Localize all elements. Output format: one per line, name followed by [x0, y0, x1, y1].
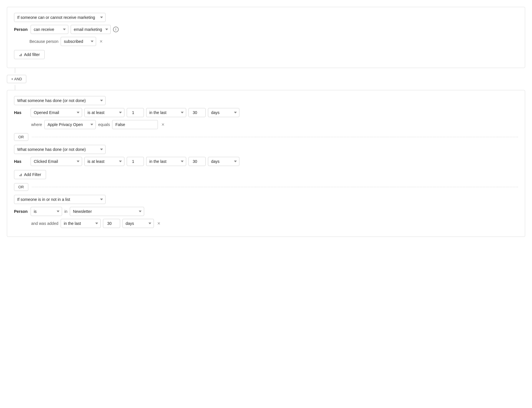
- vertical-line-bottom: [15, 85, 15, 90]
- and-button[interactable]: + AND: [7, 75, 26, 83]
- person-label: Person: [14, 27, 28, 32]
- equals-label: equals: [98, 122, 110, 127]
- has-label-opened: Has: [14, 110, 28, 115]
- because-person-label: Because person: [29, 39, 58, 44]
- condition-row-1: If someone can or cannot receive marketi…: [14, 13, 518, 22]
- info-icon[interactable]: i: [113, 27, 119, 32]
- close-because-icon[interactable]: ×: [98, 38, 104, 45]
- where-row-opened: where Apple Privacy Open equals ×: [31, 120, 518, 129]
- where-field-select[interactable]: Apple Privacy Open: [44, 120, 96, 129]
- condition-type-select-2[interactable]: What someone has done (or not done): [14, 96, 106, 105]
- and-was-added-row: and was added in the last over all time …: [31, 219, 518, 228]
- or-divider-1: OR: [14, 133, 518, 141]
- condition-row-3: What someone has done (or not done): [14, 145, 518, 154]
- time-value-input-opened[interactable]: [188, 108, 206, 117]
- or-button-2[interactable]: OR: [14, 183, 28, 191]
- filter-icon-2: ⊿: [19, 172, 22, 177]
- condition-type-select-4[interactable]: If someone is in or not in a list What s…: [14, 195, 106, 204]
- can-receive-select[interactable]: can receive cannot receive: [31, 25, 68, 34]
- close-where-icon[interactable]: ×: [160, 121, 166, 128]
- condition-row-2: What someone has done (or not done): [14, 96, 518, 105]
- and-connector: + AND: [7, 68, 525, 90]
- where-value-input[interactable]: [112, 120, 158, 129]
- card-opened-email: What someone has done (or not done) Has …: [7, 90, 525, 237]
- add-filter-row-1: ⊿ Add filter: [14, 49, 518, 59]
- person-op-select[interactable]: is is not: [31, 207, 62, 216]
- marketing-type-select[interactable]: email marketing sms marketing: [71, 25, 111, 34]
- condition-op-select-opened[interactable]: is at least is at most equals: [84, 108, 124, 117]
- and-button-row: + AND: [7, 75, 26, 83]
- time-value-input-clicked[interactable]: [188, 157, 206, 166]
- has-row-opened: Has Opened Email Clicked Email is at lea…: [14, 108, 518, 117]
- close-added-icon[interactable]: ×: [156, 220, 162, 227]
- action-select-opened[interactable]: Opened Email Clicked Email: [31, 108, 82, 117]
- time-unit-select-opened[interactable]: days weeks months: [208, 108, 239, 117]
- or-button-1[interactable]: OR: [14, 133, 28, 141]
- because-row: Because person subscribed unsubscribed ×: [29, 37, 518, 46]
- add-filter-row-2: ⊿ Add Filter: [14, 169, 518, 179]
- and-was-added-label: and was added: [31, 221, 58, 226]
- added-time-op-select[interactable]: in the last over all time: [61, 219, 101, 228]
- condition-type-select-3[interactable]: What someone has done (or not done): [14, 145, 106, 154]
- time-unit-select-clicked[interactable]: days weeks months: [208, 157, 239, 166]
- condition-row-4: If someone is in or not in a list What s…: [14, 195, 518, 204]
- time-op-select-clicked[interactable]: in the last over all time: [146, 157, 186, 166]
- card-marketing-condition: If someone can or cannot receive marketi…: [7, 7, 525, 68]
- where-label: where: [31, 122, 42, 127]
- vertical-line-top: [15, 68, 15, 73]
- time-op-select-opened[interactable]: in the last over all time: [146, 108, 186, 117]
- list-select[interactable]: Newsletter: [70, 207, 144, 216]
- person-row: Person can receive cannot receive email …: [14, 25, 518, 34]
- condition-op-select-clicked[interactable]: is at least is at most equals: [84, 157, 124, 166]
- count-input-opened[interactable]: [127, 108, 144, 117]
- in-label: in: [64, 209, 68, 214]
- condition-type-select-1[interactable]: If someone can or cannot receive marketi…: [14, 13, 106, 22]
- has-label-clicked: Has: [14, 159, 28, 164]
- has-row-clicked: Has Clicked Email Opened Email is at lea…: [14, 157, 518, 166]
- add-filter-label-2: Add Filter: [24, 172, 41, 177]
- person-label-2: Person: [14, 209, 28, 214]
- action-select-clicked[interactable]: Clicked Email Opened Email: [31, 157, 82, 166]
- or-divider-2: OR: [14, 183, 518, 191]
- filter-icon-1: ⊿: [19, 52, 22, 57]
- add-filter-label-1: Add filter: [24, 52, 40, 57]
- add-filter-button-1[interactable]: ⊿ Add filter: [14, 50, 45, 59]
- added-time-value-input[interactable]: [103, 219, 120, 228]
- add-filter-button-2[interactable]: ⊿ Add Filter: [14, 170, 46, 179]
- count-input-clicked[interactable]: [127, 157, 144, 166]
- added-time-unit-select[interactable]: days weeks months: [122, 219, 154, 228]
- because-value-select[interactable]: subscribed unsubscribed: [61, 37, 96, 46]
- person-list-row: Person is is not in Newsletter: [14, 207, 518, 216]
- or-dashed-line-1: [32, 137, 518, 137]
- or-dashed-line-2: [32, 187, 518, 187]
